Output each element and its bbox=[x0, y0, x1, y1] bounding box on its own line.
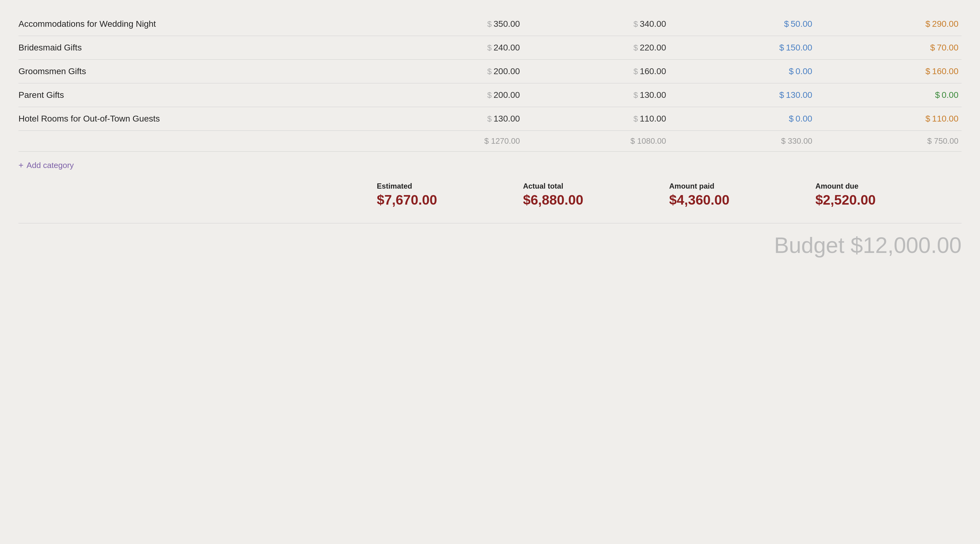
estimated-value: 130.00 bbox=[494, 114, 520, 124]
dollar-icon: $ bbox=[784, 19, 789, 29]
paid-value: 0.00 bbox=[795, 114, 813, 124]
row-name: Parent Gifts bbox=[19, 83, 377, 107]
actual-value: 340.00 bbox=[640, 19, 666, 29]
dollar-icon: $ bbox=[487, 90, 492, 100]
subtotal-paid: $ 330.00 bbox=[669, 131, 816, 152]
due-value: 160.00 bbox=[932, 67, 958, 76]
estimated-value: 350.00 bbox=[494, 19, 520, 29]
dollar-icon: $ bbox=[633, 90, 638, 100]
row-due: $ 0.00 bbox=[815, 83, 961, 107]
dollar-icon: $ bbox=[487, 43, 492, 52]
total-estimated-value: $7,670.00 bbox=[377, 192, 520, 208]
row-paid: $ 0.00 bbox=[669, 107, 816, 131]
dollar-icon: $ bbox=[789, 114, 794, 124]
subtotal-due: $ 750.00 bbox=[815, 131, 961, 152]
dollar-icon: $ bbox=[487, 19, 492, 29]
dollar-icon: $ bbox=[633, 43, 638, 52]
actual-value: 110.00 bbox=[640, 114, 666, 124]
estimated-value: 240.00 bbox=[494, 43, 520, 52]
due-value: 70.00 bbox=[937, 43, 958, 52]
dollar-icon: $ bbox=[633, 19, 638, 29]
total-paid-value: $4,360.00 bbox=[669, 192, 813, 208]
total-actual-value: $6,880.00 bbox=[523, 192, 666, 208]
due-value: 0.00 bbox=[942, 90, 959, 100]
add-category-button[interactable]: + Add category bbox=[19, 160, 74, 170]
actual-value: 130.00 bbox=[640, 90, 666, 100]
estimated-value: 200.00 bbox=[494, 90, 520, 100]
row-actual: $ 160.00 bbox=[523, 60, 669, 83]
table-row[interactable]: Parent Gifts $ 200.00 $ 130.00 $ 130.00 bbox=[19, 83, 961, 107]
dollar-icon: $ bbox=[779, 43, 784, 52]
total-paid-label: Amount paid bbox=[669, 182, 813, 190]
total-paid: Amount paid $4,360.00 bbox=[669, 179, 816, 211]
budget-table: Accommodations for Wedding Night $ 350.0… bbox=[19, 12, 961, 179]
row-estimated: $ 130.00 bbox=[377, 107, 523, 131]
plus-icon: + bbox=[19, 160, 24, 170]
add-category-label: Add category bbox=[27, 161, 73, 170]
paid-value: 50.00 bbox=[791, 19, 812, 29]
table-row[interactable]: Bridesmaid Gifts $ 240.00 $ 220.00 $ 150… bbox=[19, 36, 961, 60]
row-due: $ 290.00 bbox=[815, 12, 961, 36]
row-actual: $ 110.00 bbox=[523, 107, 669, 131]
table-row[interactable]: Accommodations for Wedding Night $ 350.0… bbox=[19, 12, 961, 36]
paid-value: 0.00 bbox=[795, 67, 813, 76]
row-estimated: $ 200.00 bbox=[377, 83, 523, 107]
total-due-value: $2,520.00 bbox=[815, 192, 958, 208]
dollar-icon: $ bbox=[930, 43, 935, 52]
table-row[interactable]: Groomsmen Gifts $ 200.00 $ 160.00 $ 0.00 bbox=[19, 60, 961, 83]
row-estimated: $ 240.00 bbox=[377, 36, 523, 60]
row-paid: $ 150.00 bbox=[669, 36, 816, 60]
row-paid: $ 130.00 bbox=[669, 83, 816, 107]
row-due: $ 70.00 bbox=[815, 36, 961, 60]
total-estimated-label: Estimated bbox=[377, 182, 520, 190]
dollar-icon: $ bbox=[487, 67, 492, 76]
row-name: Accommodations for Wedding Night bbox=[19, 12, 377, 36]
row-paid: $ 0.00 bbox=[669, 60, 816, 83]
budget-total: Budget $12,000.00 bbox=[19, 223, 961, 258]
dollar-icon: $ bbox=[779, 90, 784, 100]
dollar-icon: $ bbox=[633, 114, 638, 124]
row-actual: $ 220.00 bbox=[523, 36, 669, 60]
table-row[interactable]: Hotel Rooms for Out-of-Town Guests $ 130… bbox=[19, 107, 961, 131]
total-due-label: Amount due bbox=[815, 182, 958, 190]
subtotal-empty bbox=[19, 131, 377, 152]
row-due: $ 160.00 bbox=[815, 60, 961, 83]
row-actual: $ 340.00 bbox=[523, 12, 669, 36]
dollar-icon: $ bbox=[926, 114, 931, 124]
subtotals-row: $ 1270.00 $ 1080.00 $ 330.00 $ 750.00 bbox=[19, 131, 961, 152]
totals-section: Estimated $7,670.00 Actual total $6,880.… bbox=[19, 179, 961, 211]
subtotal-actual: $ 1080.00 bbox=[523, 131, 669, 152]
total-due: Amount due $2,520.00 bbox=[815, 179, 961, 211]
row-name: Hotel Rooms for Out-of-Town Guests bbox=[19, 107, 377, 131]
paid-value: 150.00 bbox=[786, 43, 813, 52]
total-actual: Actual total $6,880.00 bbox=[523, 179, 669, 211]
row-actual: $ 130.00 bbox=[523, 83, 669, 107]
row-name: Bridesmaid Gifts bbox=[19, 36, 377, 60]
total-actual-label: Actual total bbox=[523, 182, 666, 190]
row-estimated: $ 200.00 bbox=[377, 60, 523, 83]
paid-value: 130.00 bbox=[786, 90, 813, 100]
add-category-row[interactable]: + Add category bbox=[19, 152, 961, 179]
estimated-value: 200.00 bbox=[494, 67, 520, 76]
row-paid: $ 50.00 bbox=[669, 12, 816, 36]
row-estimated: $ 350.00 bbox=[377, 12, 523, 36]
due-value: 290.00 bbox=[932, 19, 958, 29]
dollar-icon: $ bbox=[633, 67, 638, 76]
subtotal-estimated: $ 1270.00 bbox=[377, 131, 523, 152]
due-value: 110.00 bbox=[932, 114, 958, 124]
dollar-icon: $ bbox=[926, 19, 931, 29]
dollar-icon: $ bbox=[926, 67, 931, 76]
dollar-icon: $ bbox=[487, 114, 492, 124]
total-estimated: Estimated $7,670.00 bbox=[377, 179, 523, 211]
actual-value: 160.00 bbox=[640, 67, 666, 76]
row-name: Groomsmen Gifts bbox=[19, 60, 377, 83]
row-due: $ 110.00 bbox=[815, 107, 961, 131]
add-category-cell[interactable]: + Add category bbox=[19, 152, 961, 179]
dollar-icon: $ bbox=[935, 90, 940, 100]
actual-value: 220.00 bbox=[640, 43, 666, 52]
dollar-icon: $ bbox=[789, 67, 794, 76]
